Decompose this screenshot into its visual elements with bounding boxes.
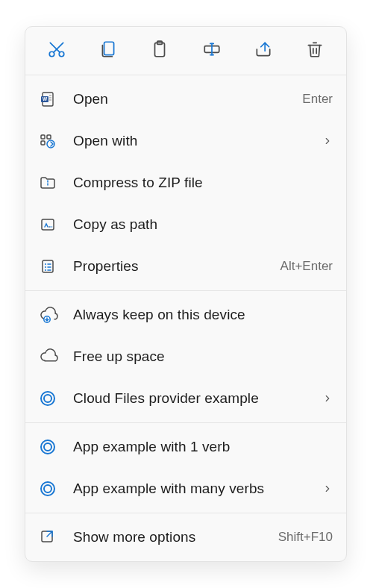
menu-item-label: Always keep on this device xyxy=(73,307,318,323)
paste-icon xyxy=(150,40,169,62)
copy-path-icon xyxy=(39,216,73,234)
rename-button[interactable] xyxy=(201,40,222,61)
svg-rect-22 xyxy=(42,219,54,230)
svg-point-27 xyxy=(45,263,46,265)
menu-item-copy-as-path[interactable]: Copy as path xyxy=(25,204,346,245)
svg-point-38 xyxy=(41,482,54,495)
menu-item-show-more[interactable]: Show more options Shift+F10 xyxy=(25,516,346,558)
svg-point-31 xyxy=(45,269,46,271)
word-doc-icon: W xyxy=(39,90,73,108)
delete-button[interactable] xyxy=(304,40,325,61)
menu-item-properties[interactable]: Properties Alt+Enter xyxy=(25,245,346,287)
menu-item-label: App example with 1 verb xyxy=(73,439,318,455)
share-button[interactable] xyxy=(253,40,274,61)
toolbar-row xyxy=(25,27,346,75)
svg-rect-18 xyxy=(41,141,45,145)
menu-section: Show more options Shift+F10 xyxy=(25,513,346,561)
copy-icon xyxy=(98,40,118,62)
menu-item-label: Open xyxy=(73,91,302,107)
cloud-app-icon xyxy=(39,390,73,407)
menu-item-label: Free up space xyxy=(73,348,318,365)
share-icon xyxy=(254,40,273,62)
svg-point-35 xyxy=(44,395,51,402)
cloud-app-icon xyxy=(39,480,73,498)
cut-button[interactable] xyxy=(46,40,67,61)
chevron-right-icon xyxy=(318,484,333,494)
svg-rect-17 xyxy=(41,135,45,139)
context-menu: W Open Enter Open with xyxy=(25,26,347,562)
svg-point-36 xyxy=(41,440,54,454)
cut-icon xyxy=(47,40,66,62)
svg-point-29 xyxy=(45,266,46,268)
svg-point-25 xyxy=(51,226,53,228)
cloud-free-icon xyxy=(39,348,73,366)
menu-item-shortcut: Enter xyxy=(302,92,333,107)
open-with-icon xyxy=(39,132,73,150)
copy-button[interactable] xyxy=(98,40,119,61)
menu-item-shortcut: Shift+F10 xyxy=(278,530,333,545)
menu-item-label: App example with many verbs xyxy=(73,481,318,497)
menu-item-label: Copy as path xyxy=(73,216,318,233)
menu-item-shortcut: Alt+Enter xyxy=(280,259,333,274)
zip-icon xyxy=(39,174,73,192)
menu-item-label: Open with xyxy=(73,133,318,149)
menu-section: Always keep on this device Free up space… xyxy=(25,291,346,422)
rename-icon xyxy=(202,40,222,62)
menu-item-label: Show more options xyxy=(73,529,278,545)
delete-icon xyxy=(305,40,325,62)
menu-item-label: Properties xyxy=(73,258,280,275)
svg-point-39 xyxy=(44,485,51,492)
menu-item-label: Cloud Files provider example xyxy=(73,390,318,407)
chevron-right-icon xyxy=(318,136,333,146)
menu-item-free-up-space[interactable]: Free up space xyxy=(25,336,346,378)
chevron-right-icon xyxy=(318,393,333,404)
svg-text:W: W xyxy=(43,96,48,101)
menu-item-open[interactable]: W Open Enter xyxy=(25,78,346,120)
menu-item-label: Compress to ZIP file xyxy=(73,175,318,191)
menu-section: W Open Enter Open with xyxy=(25,75,346,290)
menu-item-compress-zip[interactable]: Compress to ZIP file xyxy=(25,162,346,204)
svg-point-37 xyxy=(44,443,51,451)
menu-section: App example with 1 verb App example with… xyxy=(25,423,346,513)
svg-point-24 xyxy=(49,226,51,228)
menu-item-always-keep[interactable]: Always keep on this device xyxy=(25,294,346,336)
paste-button[interactable] xyxy=(149,40,170,61)
menu-item-cloud-provider[interactable]: Cloud Files provider example xyxy=(25,378,346,419)
svg-rect-4 xyxy=(104,42,114,54)
cloud-keep-icon xyxy=(39,306,73,324)
svg-point-34 xyxy=(41,392,54,405)
cloud-app-icon xyxy=(39,438,73,456)
svg-rect-19 xyxy=(47,135,51,139)
menu-item-app-1-verb[interactable]: App example with 1 verb xyxy=(25,426,346,468)
properties-icon xyxy=(39,257,73,275)
show-more-icon xyxy=(39,528,73,546)
menu-item-open-with[interactable]: Open with xyxy=(25,120,346,162)
menu-item-app-many-verbs[interactable]: App example with many verbs xyxy=(25,468,346,510)
